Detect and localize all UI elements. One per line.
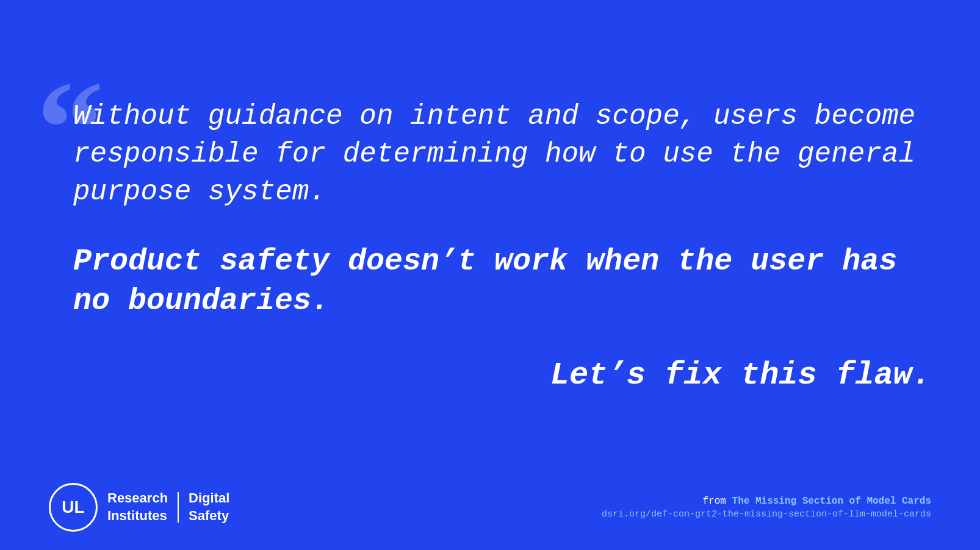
quote-text: Without guidance on intent and scope, us… (73, 98, 931, 211)
logo-divider (178, 492, 179, 523)
bold-statement: Product safety doesn’t work when the use… (73, 241, 931, 321)
source-url: dsri.org/def-con-grt2-the-missing-sectio… (602, 509, 931, 520)
ul-logo-circle: UL (49, 483, 98, 532)
logo-text-group: Research Institutes Digital Safety (107, 490, 229, 524)
ul-initials: UL (62, 498, 84, 517)
footer: UL Research Institutes Digital Safety fr… (49, 483, 931, 532)
source-prefix: from (703, 496, 732, 507)
org-name: Research Institutes (107, 490, 168, 524)
source-section: from The Missing Section of Model Cards … (602, 496, 931, 520)
logo-section: UL Research Institutes Digital Safety (49, 483, 229, 532)
cta-text: Let’s fix this flaw. (73, 357, 931, 393)
source-line: from The Missing Section of Model Cards (602, 496, 931, 507)
division-name: Digital Safety (189, 490, 229, 524)
page-background: “ Without guidance on intent and scope, … (0, 0, 980, 550)
source-title: The Missing Section of Model Cards (732, 496, 931, 507)
main-content-area: Without guidance on intent and scope, us… (73, 98, 931, 393)
